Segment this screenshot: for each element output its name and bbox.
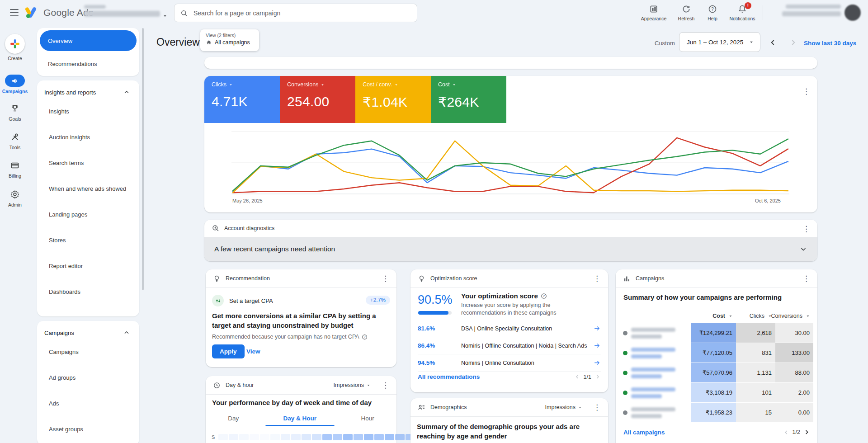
metric-tile-cost-conv-[interactable]: Cost / conv.₹1.04K — [355, 76, 431, 123]
diagnostics-menu-icon[interactable]: ⋮ — [802, 225, 810, 233]
caret-down-icon — [728, 313, 733, 319]
optimization-menu-icon[interactable]: ⋮ — [593, 275, 601, 283]
sidebar-group-header-campaigns[interactable]: Campaigns — [37, 321, 139, 339]
search-input[interactable] — [193, 9, 411, 17]
recommendation-headline: Get more conversions at a similar CPA by… — [212, 311, 389, 330]
avatar[interactable] — [844, 5, 861, 21]
show-last-30-days-link[interactable]: Show last 30 days — [804, 40, 856, 47]
optimization-score-card: Optimization score ⋮ 90.5% Your optimiza… — [410, 269, 608, 392]
sidebar-item-landing-pages[interactable]: Landing pages — [37, 202, 139, 227]
rail-item-goals[interactable]: Goals — [0, 103, 30, 122]
chart-card-menu-icon[interactable]: ⋮ — [802, 88, 810, 95]
sidebar-item-insights[interactable]: Insights — [37, 99, 139, 124]
google-ads-logo[interactable]: Google Ads — [25, 6, 94, 19]
all-recommendations-link[interactable]: All recommendations — [418, 373, 480, 380]
day-hour-metric-dropdown[interactable]: Impressions — [334, 382, 371, 388]
tab-day[interactable]: Day — [228, 415, 239, 426]
arrow-right-icon[interactable] — [593, 359, 601, 367]
optimization-row[interactable]: 86.4%Nomiris | Offline Consultation | No… — [418, 337, 601, 354]
account-switcher[interactable] — [84, 5, 160, 17]
pager-next-icon[interactable] — [594, 373, 601, 380]
day-hour-menu-icon[interactable]: ⋮ — [382, 382, 389, 389]
cost-cell: ₹77,120.05 — [691, 343, 736, 363]
demographics-metric-dropdown[interactable]: Impressions — [545, 404, 583, 410]
rail-item-campaigns[interactable]: Campaigns — [0, 75, 30, 94]
arrow-right-icon[interactable] — [593, 342, 601, 349]
redacted-campaign-name — [631, 328, 675, 339]
optimization-heading: Your optimization score — [461, 292, 538, 300]
sidebar-group-header-insights-and-reports[interactable]: Insights and reports — [37, 80, 139, 99]
notification-badge: ! — [745, 2, 751, 9]
sidebar-item-when-and-where-ads-showed[interactable]: When and where ads showed — [37, 176, 139, 202]
sidebar-item-ad-groups[interactable]: Ad groups — [37, 365, 139, 391]
target-cpa-icon — [212, 295, 224, 306]
notifications-button[interactable]: ! Notifications — [726, 5, 759, 21]
optimization-row[interactable]: 81.6%DSA | Online Speciality Consultatio… — [418, 320, 601, 337]
view-button[interactable]: View — [246, 348, 260, 355]
metric-tile-conversions[interactable]: Conversions254.00 — [280, 76, 355, 123]
sidebar-item-recommendations[interactable]: Recommendations — [48, 61, 97, 67]
sidebar-item-stores[interactable]: Stores — [37, 227, 139, 253]
chart-line-conversions — [233, 138, 788, 193]
metric-value: ₹1.04K — [363, 94, 431, 110]
rail-item-tools[interactable]: Tools — [0, 131, 30, 150]
redacted-campaign-name — [631, 368, 675, 378]
sidebar-item-ads[interactable]: Ads — [37, 391, 139, 416]
tab-day-hour[interactable]: Day & Hour — [283, 415, 317, 426]
campaign-name-cell[interactable] — [622, 383, 691, 403]
help-circle-icon[interactable]: ? — [541, 293, 547, 299]
recommendation-menu-icon[interactable]: ⋮ — [382, 275, 389, 283]
svg-text:?: ? — [711, 7, 714, 12]
sidebar-item-asset-groups[interactable]: Asset groups — [37, 416, 139, 442]
global-search[interactable] — [174, 4, 417, 22]
sidebar-item-search-terms[interactable]: Search terms — [37, 150, 139, 176]
heatmap-cell — [291, 434, 301, 440]
pager-prev-icon[interactable] — [574, 373, 581, 380]
next-period-button[interactable] — [788, 38, 797, 47]
caret-down-icon — [452, 82, 457, 87]
column-header-conversions[interactable]: Conversions — [775, 310, 813, 323]
rail-item-billing[interactable]: Billing — [0, 160, 30, 179]
sidebar-item-dashboards[interactable]: Dashboards — [37, 279, 139, 305]
uplift-badge: +2.7% — [366, 296, 390, 305]
help-circle-icon[interactable]: ? — [362, 334, 368, 340]
column-header-cost[interactable]: Cost — [691, 310, 736, 323]
metric-tile-cost[interactable]: Cost₹264K — [431, 76, 506, 123]
svg-text:?: ? — [363, 335, 365, 338]
apply-button[interactable]: Apply — [212, 344, 245, 358]
date-range-picker[interactable]: Jun 1 – Oct 12, 2025 — [679, 32, 760, 52]
sidebar-scrollbar[interactable] — [142, 28, 144, 290]
search-icon — [180, 9, 188, 17]
menu-icon[interactable] — [10, 9, 19, 16]
heatmap-cell — [322, 434, 332, 440]
demographics-menu-icon[interactable]: ⋮ — [593, 404, 601, 411]
all-campaigns-link[interactable]: All campaigns — [623, 429, 665, 436]
demographics-icon — [418, 404, 425, 411]
optimization-campaign-list: 81.6%DSA | Online Speciality Consultatio… — [418, 320, 601, 372]
campaign-name-cell[interactable] — [622, 363, 691, 383]
pager-prev-icon[interactable] — [783, 429, 790, 436]
appearance-button[interactable]: Appearance — [637, 5, 670, 21]
sidebar-item-overview[interactable]: Overview — [40, 30, 137, 51]
metric-tile-clicks[interactable]: Clicks4.71K — [204, 76, 280, 123]
pager-next-icon[interactable] — [803, 429, 810, 436]
campaigns-menu-icon[interactable]: ⋮ — [802, 275, 810, 283]
rail-item-create[interactable]: Create — [0, 34, 30, 61]
redacted-account-name — [84, 11, 160, 17]
signed-in-account[interactable] — [782, 5, 841, 16]
optimization-row[interactable]: 94.5%Nomiris | Online Consultation — [418, 354, 601, 372]
diagnostics-banner[interactable]: A few recent campaigns need attention — [204, 237, 817, 261]
clock-icon — [213, 382, 221, 389]
sidebar-item-report-editor[interactable]: Report editor — [37, 253, 139, 279]
sidebar-item-campaigns[interactable]: Campaigns — [37, 339, 139, 365]
arrow-right-icon[interactable] — [593, 325, 601, 332]
help-button[interactable]: ? Help — [696, 5, 729, 21]
column-header-clicks[interactable]: Clicks — [736, 310, 775, 323]
tab-hour[interactable]: Hour — [361, 415, 374, 426]
previous-period-button[interactable] — [769, 38, 778, 47]
sidebar-item-auction-insights[interactable]: Auction insights — [37, 124, 139, 150]
redacted-customer-id — [786, 5, 841, 9]
campaign-name-cell[interactable] — [622, 343, 691, 363]
view-filters-chip[interactable]: View (2 filters) All campaigns — [200, 29, 259, 51]
rail-item-admin[interactable]: Admin — [0, 189, 30, 207]
